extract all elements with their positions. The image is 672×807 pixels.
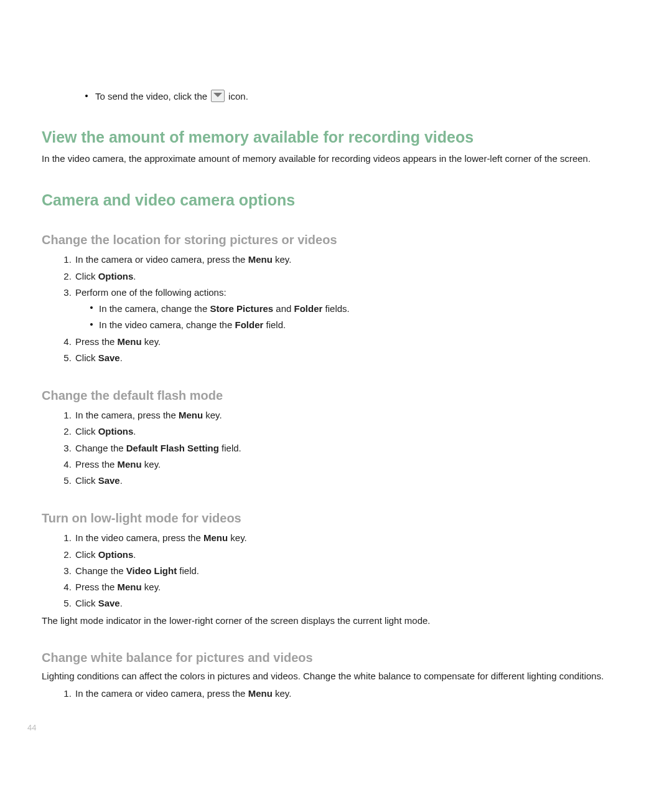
text: Click (75, 549, 98, 560)
step-location-1: In the camera or video camera, press the… (74, 252, 650, 267)
text: In the video camera, change the (99, 319, 235, 330)
text: key. (228, 532, 247, 543)
steps-lowlight: In the video camera, press the Menu key.… (42, 531, 650, 610)
step-flash-5: Click Save. (74, 473, 650, 488)
bold: Save (98, 475, 120, 486)
step-location-4: Press the Menu key. (74, 334, 650, 349)
bold: Video Light (126, 565, 177, 576)
bold: Menu (118, 582, 142, 592)
bullet-icon (85, 95, 88, 97)
text: In the camera, press the (75, 410, 179, 420)
bold: Menu (248, 254, 273, 265)
bold: Options (98, 271, 134, 281)
subheading-wb: Change white balance for pictures and vi… (42, 651, 650, 665)
text: . (133, 426, 136, 437)
bold: Menu (118, 336, 142, 347)
bold: Store Pictures (210, 303, 273, 314)
text: field. (177, 565, 199, 576)
paragraph-memory: In the video camera, the approximate amo… (42, 153, 650, 165)
subheading-location: Change the location for storing pictures… (42, 233, 650, 247)
text: Perform one of the following actions: (75, 287, 226, 298)
bold: Folder (235, 319, 263, 330)
step-lowlight-2: Click Options. (74, 547, 650, 562)
text: . (120, 475, 123, 486)
text: field. (263, 319, 286, 330)
text: key. (203, 410, 222, 420)
subheading-flash: Change the default flash mode (42, 389, 650, 403)
text: In the camera or video camera, press the (75, 254, 248, 265)
wb-intro: Lighting conditions can affect the color… (42, 670, 650, 682)
text: key. (273, 254, 292, 265)
step-lowlight-5: Click Save. (74, 596, 650, 610)
step-lowlight-1: In the video camera, press the Menu key. (74, 531, 650, 545)
step-lowlight-3: Change the Video Light field. (74, 564, 650, 578)
text: In the camera or video camera, press the (75, 688, 248, 699)
bold: Menu (203, 532, 228, 543)
text: In the video camera, press the (75, 532, 203, 543)
bold: Save (98, 598, 120, 608)
text: Press the (75, 459, 118, 470)
text: Press the (75, 582, 118, 592)
bold: Options (98, 426, 134, 437)
text: Click (75, 271, 98, 281)
text: . (133, 271, 136, 281)
bold: Save (98, 352, 120, 363)
bold: Menu (118, 459, 142, 470)
steps-wb: In the camera or video camera, press the… (42, 686, 650, 701)
step-flash-3: Change the Default Flash Setting field. (74, 441, 650, 455)
text: field. (219, 443, 241, 453)
send-video-bullet: To send the video, click the icon. (85, 90, 650, 102)
subheading-lowlight: Turn on low-light mode for videos (42, 511, 650, 526)
steps-flash: In the camera, press the Menu key. Click… (42, 408, 650, 488)
step-flash-1: In the camera, press the Menu key. (74, 408, 650, 422)
step-flash-2: Click Options. (74, 424, 650, 438)
step-lowlight-4: Press the Menu key. (74, 580, 650, 594)
step-wb-1: In the camera or video camera, press the… (74, 686, 650, 701)
text: Click (75, 598, 98, 608)
text: key. (273, 688, 292, 699)
text: key. (142, 582, 161, 592)
substeps-location: In the camera, change the Store Pictures… (75, 301, 650, 333)
text: Change the (75, 565, 126, 576)
text: key. (142, 459, 161, 470)
bold: Options (98, 549, 134, 560)
text: . (120, 352, 123, 363)
steps-location: In the camera or video camera, press the… (42, 252, 650, 365)
step-location-2: Click Options. (74, 269, 650, 283)
send-video-text-post: icon. (228, 91, 248, 101)
step-location-5: Click Save. (74, 351, 650, 365)
text: Click (75, 475, 98, 486)
page-number: 44 (27, 723, 36, 732)
text: Change the (75, 443, 126, 453)
text: Press the (75, 336, 118, 347)
bold: Menu (179, 410, 203, 420)
text: In the camera, change the (99, 303, 210, 314)
text: . (133, 549, 136, 560)
text: and (273, 303, 294, 314)
manual-page: To send the video, click the icon. View … (0, 0, 672, 807)
heading-memory: View the amount of memory available for … (42, 128, 650, 146)
text: Click (75, 352, 98, 363)
step-location-3: Perform one of the following actions: In… (74, 285, 650, 333)
bold: Menu (248, 688, 273, 699)
text: key. (142, 336, 161, 347)
text: fields. (322, 303, 349, 314)
substep-location-b: In the video camera, change the Folder f… (90, 318, 650, 332)
envelope-icon (211, 90, 225, 102)
substep-location-a: In the camera, change the Store Pictures… (90, 301, 650, 316)
lowlight-note: The light mode indicator in the lower-ri… (42, 615, 650, 627)
text: Click (75, 426, 98, 437)
bold: Default Flash Setting (126, 443, 219, 453)
send-video-text-pre: To send the video, click the (95, 91, 207, 101)
bold: Folder (294, 303, 323, 314)
heading-options: Camera and video camera options (42, 191, 650, 209)
text: . (120, 598, 123, 608)
step-flash-4: Press the Menu key. (74, 457, 650, 471)
